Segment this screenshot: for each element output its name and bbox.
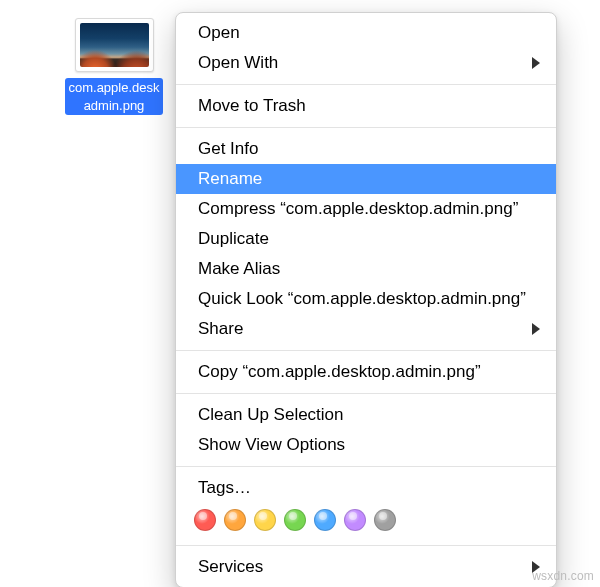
menu-duplicate-label: Duplicate xyxy=(198,229,269,248)
menu-get-info-label: Get Info xyxy=(198,139,258,158)
menu-services-label: Services xyxy=(198,557,263,576)
menu-share-label: Share xyxy=(198,319,243,338)
menu-compress[interactable]: Compress “com.apple.desktop.admin.png” xyxy=(176,194,556,224)
menu-separator xyxy=(176,84,556,85)
menu-rename-label: Rename xyxy=(198,169,262,188)
chevron-right-icon xyxy=(532,323,540,335)
menu-tags-label: Tags… xyxy=(198,478,251,497)
menu-duplicate[interactable]: Duplicate xyxy=(176,224,556,254)
tags-row xyxy=(176,503,556,539)
tag-color-red[interactable] xyxy=(194,509,216,531)
menu-quick-look[interactable]: Quick Look “com.apple.desktop.admin.png” xyxy=(176,284,556,314)
menu-copy[interactable]: Copy “com.apple.desktop.admin.png” xyxy=(176,357,556,387)
tag-color-gray[interactable] xyxy=(374,509,396,531)
menu-get-info[interactable]: Get Info xyxy=(176,134,556,164)
menu-open-with-label: Open With xyxy=(198,53,278,72)
menu-move-to-trash-label: Move to Trash xyxy=(198,96,306,115)
file-thumbnail xyxy=(75,18,154,72)
menu-make-alias-label: Make Alias xyxy=(198,259,280,278)
watermark-text: wsxdn.com xyxy=(532,569,594,583)
tag-color-orange[interactable] xyxy=(224,509,246,531)
menu-separator xyxy=(176,127,556,128)
menu-clean-up-label: Clean Up Selection xyxy=(198,405,344,424)
menu-separator xyxy=(176,350,556,351)
tag-color-green[interactable] xyxy=(284,509,306,531)
menu-move-to-trash[interactable]: Move to Trash xyxy=(176,91,556,121)
menu-show-view-options-label: Show View Options xyxy=(198,435,345,454)
menu-rename[interactable]: Rename xyxy=(176,164,556,194)
tag-color-yellow[interactable] xyxy=(254,509,276,531)
menu-open[interactable]: Open xyxy=(176,18,556,48)
menu-separator xyxy=(176,393,556,394)
menu-services[interactable]: Services xyxy=(176,552,556,582)
chevron-right-icon xyxy=(532,57,540,69)
menu-copy-label: Copy “com.apple.desktop.admin.png” xyxy=(198,362,481,381)
menu-share[interactable]: Share xyxy=(176,314,556,344)
menu-quick-look-label: Quick Look “com.apple.desktop.admin.png” xyxy=(198,289,526,308)
file-name-line1: com.apple.desk xyxy=(68,79,159,97)
context-menu: Open Open With Move to Trash Get Info Re… xyxy=(175,12,557,587)
menu-open-label: Open xyxy=(198,23,240,42)
menu-compress-label: Compress “com.apple.desktop.admin.png” xyxy=(198,199,518,218)
file-thumbnail-image xyxy=(80,23,149,67)
tag-color-purple[interactable] xyxy=(344,509,366,531)
menu-open-with[interactable]: Open With xyxy=(176,48,556,78)
file-name-label[interactable]: com.apple.desk admin.png xyxy=(65,78,162,115)
menu-clean-up[interactable]: Clean Up Selection xyxy=(176,400,556,430)
menu-separator xyxy=(176,545,556,546)
menu-show-view-options[interactable]: Show View Options xyxy=(176,430,556,460)
file-name-line2: admin.png xyxy=(68,97,159,115)
menu-tags[interactable]: Tags… xyxy=(176,473,556,503)
file-item[interactable]: com.apple.desk admin.png xyxy=(64,18,164,115)
tag-color-blue[interactable] xyxy=(314,509,336,531)
menu-separator xyxy=(176,466,556,467)
menu-make-alias[interactable]: Make Alias xyxy=(176,254,556,284)
